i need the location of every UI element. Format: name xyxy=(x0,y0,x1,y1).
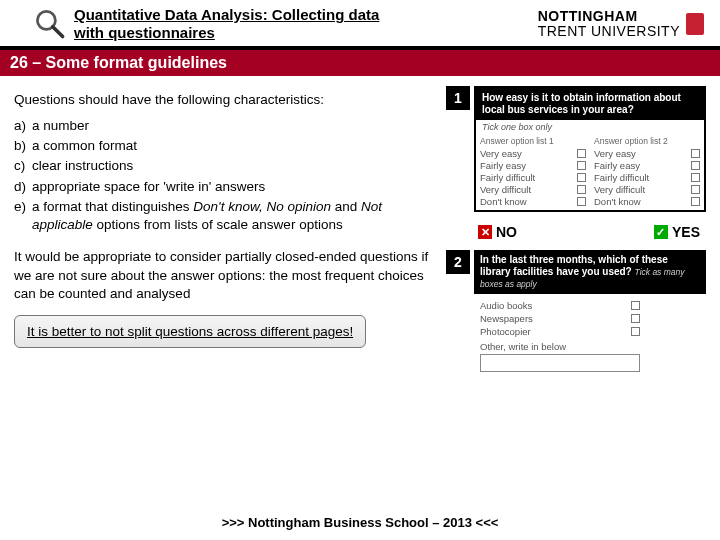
university-name-l1: NOTTINGHAM xyxy=(538,9,680,24)
right-column: 1 How easy is it to obtain information a… xyxy=(446,86,708,382)
list-item: d)appropriate space for 'write in' answe… xyxy=(14,178,436,196)
university-name-l2: TRENT UNIVERSITY xyxy=(538,24,680,39)
no-label: ✕NO xyxy=(478,224,517,240)
checkbox-icon xyxy=(631,301,640,310)
checkbox-icon xyxy=(691,185,700,194)
list-item: c)clear instructions xyxy=(14,157,436,175)
cross-icon: ✕ xyxy=(478,225,492,239)
magnifier-icon xyxy=(32,6,68,42)
left-column: Questions should have the following char… xyxy=(14,86,436,382)
checkbox-icon xyxy=(631,327,640,336)
list-item: a)a number xyxy=(14,117,436,135)
checkbox-icon xyxy=(577,173,586,182)
list-item: e)a format that distinguishes Don't know… xyxy=(14,198,436,234)
checkbox-icon xyxy=(631,314,640,323)
checkbox-icon xyxy=(577,161,586,170)
slide-header: Quantitative Data Analysis: Collecting d… xyxy=(0,0,720,48)
yes-label: ✓YES xyxy=(654,224,700,240)
example-1-row: 1 How easy is it to obtain information a… xyxy=(446,86,708,212)
university-badge-icon xyxy=(686,13,704,35)
checkbox-icon xyxy=(577,197,586,206)
example-2-box: In the last three months, which of these… xyxy=(474,250,706,376)
paragraph-closed-ended: It would be appropriate to consider part… xyxy=(14,248,436,303)
example-1-question: How easy is it to obtain information abo… xyxy=(476,88,704,120)
slide-content: Questions should have the following char… xyxy=(0,76,720,388)
example-1-col1: Answer option list 1 Very easy Fairly ea… xyxy=(476,134,590,210)
example-number-badge: 1 xyxy=(446,86,470,110)
example-2-question: In the last three months, which of these… xyxy=(474,250,706,294)
svg-line-1 xyxy=(53,27,63,37)
checkbox-icon xyxy=(691,173,700,182)
example-1-instruction: Tick one box only xyxy=(476,120,704,134)
check-icon: ✓ xyxy=(654,225,668,239)
example-1-col2: Answer option list 2 Very easy Fairly ea… xyxy=(590,134,704,210)
example-2-row: 2 In the last three months, which of the… xyxy=(446,250,708,376)
slide-title: 26 – Some format guidelines xyxy=(0,48,720,76)
checkbox-icon xyxy=(577,149,586,158)
no-yes-row: ✕NO ✓YES xyxy=(446,218,708,250)
checkbox-icon xyxy=(577,185,586,194)
example-1-box: How easy is it to obtain information abo… xyxy=(474,86,706,212)
checkbox-icon xyxy=(691,197,700,206)
intro-text: Questions should have the following char… xyxy=(14,92,436,107)
checkbox-icon xyxy=(691,161,700,170)
list-item: b)a common format xyxy=(14,137,436,155)
course-title: Quantitative Data Analysis: Collecting d… xyxy=(74,6,404,42)
checkbox-icon xyxy=(691,149,700,158)
example-2-writein-box xyxy=(480,354,640,372)
callout-box: It is better to not split questions acro… xyxy=(14,315,366,348)
characteristics-list: a)a number b)a common format c)clear ins… xyxy=(14,117,436,234)
example-2-writein-label: Other, write in below xyxy=(480,341,700,352)
slide-footer: >>> Nottingham Business School – 2013 <<… xyxy=(0,515,720,530)
example-number-badge: 2 xyxy=(446,250,470,274)
university-logo: NOTTINGHAM TRENT UNIVERSITY xyxy=(538,9,704,38)
